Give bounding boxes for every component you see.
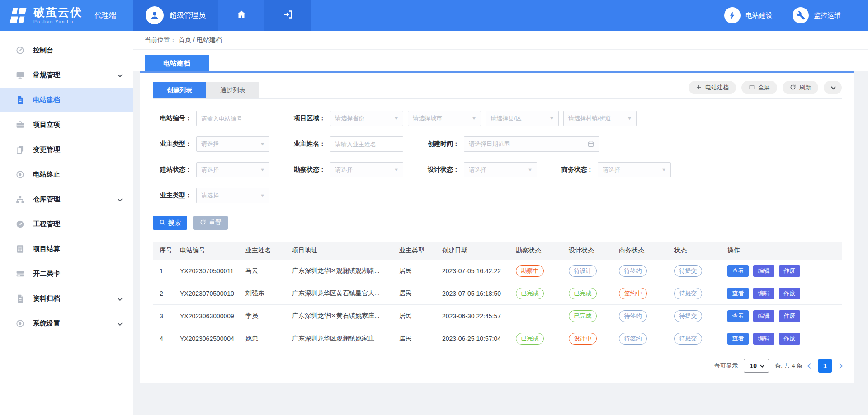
header-link-monitoring-ops[interactable]: 监控运维 xyxy=(793,7,841,23)
chevron-down-icon xyxy=(118,72,123,77)
chevron-down-icon xyxy=(760,363,764,368)
table-row: 2YX2023070500010刘强东广东深圳龙华区黄石镇星官大...居民202… xyxy=(153,282,842,305)
panel-toolbar: 电站建档全屏刷新 xyxy=(689,81,842,98)
view-button[interactable]: 查看 xyxy=(727,310,749,322)
edit-button[interactable]: 编辑 xyxy=(753,265,774,277)
wrench-icon xyxy=(793,7,809,23)
caret-down-icon: ▼ xyxy=(260,142,265,146)
filter-group: 勘察状态：请选择▼ xyxy=(287,162,403,177)
design-status-select[interactable]: 请选择▼ xyxy=(464,162,537,177)
sidebar-item-system-settings[interactable]: 系统设置 xyxy=(0,311,133,336)
cell-business-status: 签约中 xyxy=(617,288,672,299)
row-actions: 查看编辑作废 xyxy=(725,310,842,322)
column-header: 设计状态 xyxy=(566,247,617,255)
search-button[interactable]: 搜索 xyxy=(153,216,187,230)
header-link-station-construction[interactable]: 电站建设 xyxy=(724,7,773,23)
sidebar: 控制台常规管理电站建档项目立项变更管理电站终止仓库管理工程管理项目结算开二类卡资… xyxy=(0,31,133,415)
district-select[interactable]: 请选择县/区▼ xyxy=(486,111,559,126)
logout-icon xyxy=(282,9,293,22)
view-button[interactable]: 查看 xyxy=(727,333,749,345)
cell-station-code: YX2023063000009 xyxy=(178,312,243,320)
invalidate-button[interactable]: 作废 xyxy=(779,265,800,277)
logo[interactable]: 破茧云伏 Po Jian Yun Fu 代理端 xyxy=(0,0,133,31)
header-link-label: 监控运维 xyxy=(814,11,841,20)
chevron-down-icon xyxy=(118,320,123,325)
user-menu[interactable]: 超级管理员 xyxy=(133,0,218,31)
caret-down-icon: ▼ xyxy=(549,116,555,121)
business-status-select[interactable]: 请选择▼ xyxy=(598,162,671,177)
sidebar-item-label: 系统设置 xyxy=(33,319,60,328)
status-pill: 待签约 xyxy=(619,265,647,277)
survey-status-select[interactable]: 请选择▼ xyxy=(330,162,403,177)
filter-actions: 搜索 重置 xyxy=(153,216,842,230)
table-row: 4YX2023062500004姚忠广东深圳龙华区观澜镇姚家庄...居民2023… xyxy=(153,327,842,350)
page-tab[interactable]: 电站建档 xyxy=(145,55,209,71)
sidebar-item-label: 开二类卡 xyxy=(33,270,60,278)
cell-survey-status: 已完成 xyxy=(514,333,566,345)
stations-table: 序号电站编号业主姓名项目地址业主类型创建日期勘察状态设计状态商务状态状态操作1Y… xyxy=(153,242,842,350)
invalidate-button[interactable]: 作废 xyxy=(779,333,800,345)
cell-design-status: 已完成 xyxy=(566,288,617,299)
sidebar-item-change-management[interactable]: 变更管理 xyxy=(0,137,133,162)
monitor-icon xyxy=(15,70,25,80)
toolbar-fullscreen-button[interactable]: 全屏 xyxy=(741,81,777,94)
owner-name-input[interactable] xyxy=(330,136,403,152)
sidebar-item-second-type-card[interactable]: 开二类卡 xyxy=(0,261,133,286)
city-select[interactable]: 请选择城市▼ xyxy=(408,111,481,126)
logo-subtitle: Po Jian Yun Fu xyxy=(33,19,82,24)
owner-type-select[interactable]: 请选择▼ xyxy=(196,136,269,152)
next-page-button[interactable] xyxy=(837,363,843,369)
sidebar-item-station-archive[interactable]: 电站建档 xyxy=(0,88,133,112)
edit-button[interactable]: 编辑 xyxy=(753,333,774,345)
toolbar-refresh-button[interactable]: 刷新 xyxy=(783,81,818,94)
sidebar-item-station-termination[interactable]: 电站终止 xyxy=(0,162,133,187)
column-header: 业主类型 xyxy=(397,247,440,255)
invalidate-button[interactable]: 作废 xyxy=(779,310,800,322)
chevron-down-icon xyxy=(118,196,123,201)
toolbar-collapse-button[interactable] xyxy=(824,81,842,94)
toolbar-create-station-button[interactable]: 电站建档 xyxy=(689,81,736,94)
reset-icon xyxy=(200,219,206,227)
sidebar-item-console[interactable]: 控制台 xyxy=(0,38,133,63)
tab-pass-list[interactable]: 通过列表 xyxy=(206,82,259,98)
cell-status-status: 待提交 xyxy=(672,288,725,299)
cell-created-date: 2023-06-30 22:45:57 xyxy=(440,312,514,320)
sidebar-item-general-management[interactable]: 常规管理 xyxy=(0,63,133,88)
settings-icon xyxy=(15,319,25,328)
sidebar-item-data-archive[interactable]: 资料归档 xyxy=(0,286,133,311)
home-button[interactable] xyxy=(218,0,264,31)
reset-button[interactable]: 重置 xyxy=(193,216,228,230)
cell-project-address: 广东深圳龙华区黄石镇星官大... xyxy=(290,289,397,298)
sidebar-item-label: 资料归档 xyxy=(33,294,60,303)
per-page-select[interactable]: 10 xyxy=(744,359,769,373)
filter-row: 业主类型：请选择▼ xyxy=(153,188,842,203)
edit-button[interactable]: 编辑 xyxy=(753,288,774,299)
build-status-select[interactable]: 请选择▼ xyxy=(196,162,269,177)
logout-button[interactable] xyxy=(264,0,311,31)
province-select[interactable]: 请选择省份▼ xyxy=(330,111,403,126)
station-code-input[interactable] xyxy=(196,111,269,126)
owner-type-select-2[interactable]: 请选择▼ xyxy=(196,188,269,203)
column-header: 项目地址 xyxy=(290,247,397,255)
tab-create-list[interactable]: 创建列表 xyxy=(153,82,206,98)
sidebar-item-project-settlement[interactable]: 项目结算 xyxy=(0,237,133,261)
filter-label: 业主类型： xyxy=(153,140,196,148)
view-button[interactable]: 查看 xyxy=(727,265,749,277)
search-button-label: 搜索 xyxy=(168,219,181,227)
sidebar-item-warehouse-management[interactable]: 仓库管理 xyxy=(0,187,133,212)
edit-button[interactable]: 编辑 xyxy=(753,310,774,322)
cell-design-status: 待设计 xyxy=(566,265,617,277)
created-date-range-input[interactable]: 请选择日期范围 xyxy=(464,136,599,152)
view-button[interactable]: 查看 xyxy=(727,288,749,299)
filter-label: 项目区域： xyxy=(287,114,330,122)
current-page[interactable]: 1 xyxy=(818,359,832,373)
sidebar-item-project-initiation[interactable]: 项目立项 xyxy=(0,112,133,137)
toolbar-button-label: 全屏 xyxy=(758,84,770,92)
invalidate-button[interactable]: 作废 xyxy=(779,288,800,299)
town-select[interactable]: 请选择村镇/街道▼ xyxy=(563,111,637,126)
column-header: 序号 xyxy=(153,247,178,255)
sidebar-item-engineering-management[interactable]: 工程管理 xyxy=(0,212,133,237)
cell-owner-name: 马云 xyxy=(243,267,290,275)
cell-index: 1 xyxy=(153,267,178,275)
prev-page-button[interactable] xyxy=(807,363,813,369)
